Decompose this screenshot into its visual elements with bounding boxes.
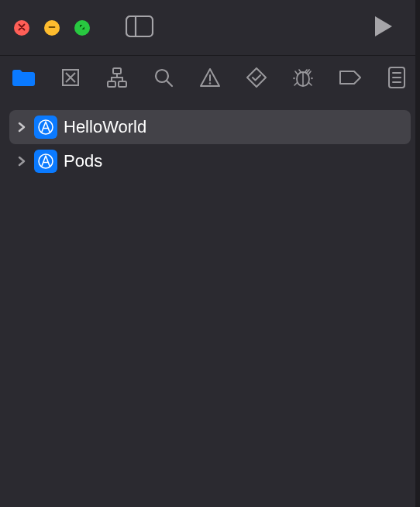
traffic-lights xyxy=(14,20,90,36)
tree-row[interactable]: Pods xyxy=(9,144,411,178)
disclosure-triangle[interactable] xyxy=(15,122,28,133)
minimize-icon xyxy=(48,23,56,33)
pane-divider[interactable] xyxy=(415,0,420,507)
issue-navigator-tab[interactable] xyxy=(198,65,221,90)
source-control-icon xyxy=(61,68,80,87)
source-control-navigator-tab[interactable] xyxy=(59,65,81,90)
test-navigator-tab[interactable] xyxy=(246,65,268,90)
tree-item-label: Pods xyxy=(64,151,102,171)
report-navigator-tab[interactable] xyxy=(386,65,408,90)
window-maximize-button[interactable] xyxy=(74,20,90,36)
breakpoint-navigator-tab[interactable] xyxy=(339,65,362,90)
play-icon xyxy=(374,15,394,38)
project-navigator-tab[interactable] xyxy=(12,65,35,90)
svg-rect-4 xyxy=(108,81,115,87)
sidebar-toggle-button[interactable] xyxy=(126,16,153,40)
xcode-project-icon xyxy=(34,150,57,173)
maximize-icon xyxy=(78,23,86,33)
svg-rect-3 xyxy=(113,68,121,74)
tree-item-label: HelloWorld xyxy=(64,117,146,137)
svg-rect-5 xyxy=(119,81,126,87)
run-button[interactable] xyxy=(374,15,394,41)
debug-icon xyxy=(292,67,314,88)
chevron-right-icon xyxy=(18,122,26,133)
disclosure-triangle[interactable] xyxy=(15,156,28,167)
tree-row[interactable]: HelloWorld xyxy=(9,110,411,144)
warning-icon xyxy=(199,67,221,88)
symbols-icon xyxy=(107,67,127,88)
symbols-navigator-tab[interactable] xyxy=(105,65,128,90)
project-navigator-tree: HelloWorld Pods xyxy=(0,99,420,189)
close-icon xyxy=(18,23,26,33)
window-minimize-button[interactable] xyxy=(44,20,60,36)
chevron-right-icon xyxy=(18,156,26,167)
folder-icon xyxy=(12,69,35,86)
xcode-project-icon xyxy=(34,116,57,139)
breakpoints-icon xyxy=(339,70,362,85)
svg-rect-0 xyxy=(126,16,153,36)
navigator-tab-bar xyxy=(0,56,420,99)
tests-icon xyxy=(246,67,267,88)
debug-navigator-tab[interactable] xyxy=(292,65,315,90)
find-navigator-tab[interactable] xyxy=(152,65,174,90)
svg-point-10 xyxy=(294,77,295,78)
search-icon xyxy=(153,67,174,88)
svg-line-7 xyxy=(167,81,172,86)
svg-point-11 xyxy=(312,77,313,78)
sidebar-icon xyxy=(126,16,153,37)
svg-point-9 xyxy=(209,82,212,84)
title-bar xyxy=(0,0,420,56)
reports-icon xyxy=(388,67,405,88)
window-close-button[interactable] xyxy=(14,20,29,36)
